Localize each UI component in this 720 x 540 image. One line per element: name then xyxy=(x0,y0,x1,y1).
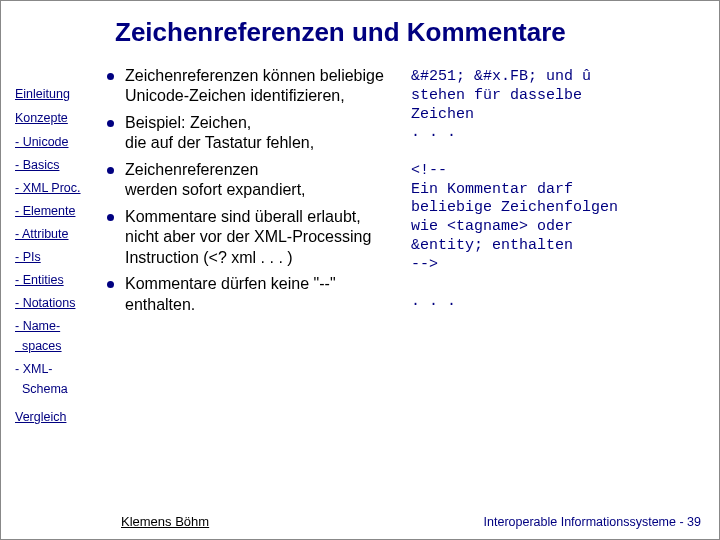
bullet-text: Zeichenreferenzen werden sofort expandie… xyxy=(125,161,306,198)
sidebar-item-xmlschema: - XML- Schema xyxy=(15,362,68,396)
bullet-text: Beispiel: Zeichen, die auf der Tastatur … xyxy=(125,114,314,151)
sidebar-item-attribute[interactable]: - Attribute xyxy=(15,227,69,241)
sidebar-item-konzepte[interactable]: Konzepte xyxy=(15,111,68,125)
sidebar-item-basics[interactable]: - Basics xyxy=(15,158,59,172)
bullet-item: Zeichenreferenzen werden sofort expandie… xyxy=(107,160,397,201)
bullet-text: Kommentare dürfen keine "--" enthalten. xyxy=(125,275,336,312)
sidebar-item-einleitung[interactable]: Einleitung xyxy=(15,87,70,101)
slide: Zeichenreferenzen und Kommentare Einleit… xyxy=(0,0,720,540)
footer-pageinfo: Interoperable Informationssysteme - 39 xyxy=(484,515,701,529)
bullet-text: Kommentare sind überall erlaubt, nicht a… xyxy=(125,208,371,266)
sidebar-item-notations[interactable]: - Notations xyxy=(15,296,75,310)
sidebar-item-vergleich[interactable]: Vergleich xyxy=(15,410,66,424)
sidebar-item-entities[interactable]: - Entities xyxy=(15,273,64,287)
sidebar-item-xmlproc[interactable]: - XML Proc. xyxy=(15,181,81,195)
bullet-list: Zeichenreferenzen können beliebige Unico… xyxy=(107,66,397,431)
sidebar-item-unicode[interactable]: - Unicode xyxy=(15,135,69,149)
sidebar-item-elemente[interactable]: - Elemente xyxy=(15,204,75,218)
bullet-text: Zeichenreferenzen können beliebige Unico… xyxy=(125,67,384,104)
bullet-item: Kommentare sind überall erlaubt, nicht a… xyxy=(107,207,397,268)
code-example: &#251; &#x.FB; und û stehen für dasselbe… xyxy=(411,66,701,431)
main-content: Zeichenreferenzen können beliebige Unico… xyxy=(107,66,701,431)
outline-sidebar: Einleitung Konzepte - Unicode - Basics -… xyxy=(15,66,97,431)
slide-title: Zeichenreferenzen und Kommentare xyxy=(115,17,701,48)
bullet-item: Beispiel: Zeichen, die auf der Tastatur … xyxy=(107,113,397,154)
sidebar-item-pis[interactable]: - PIs xyxy=(15,250,41,264)
bullet-item: Zeichenreferenzen können beliebige Unico… xyxy=(107,66,397,107)
footer-author: Klemens Böhm xyxy=(121,514,209,529)
slide-body: Einleitung Konzepte - Unicode - Basics -… xyxy=(15,66,701,431)
sidebar-item-namespaces[interactable]: - Name- spaces xyxy=(15,319,62,353)
bullet-item: Kommentare dürfen keine "--" enthalten. xyxy=(107,274,397,315)
